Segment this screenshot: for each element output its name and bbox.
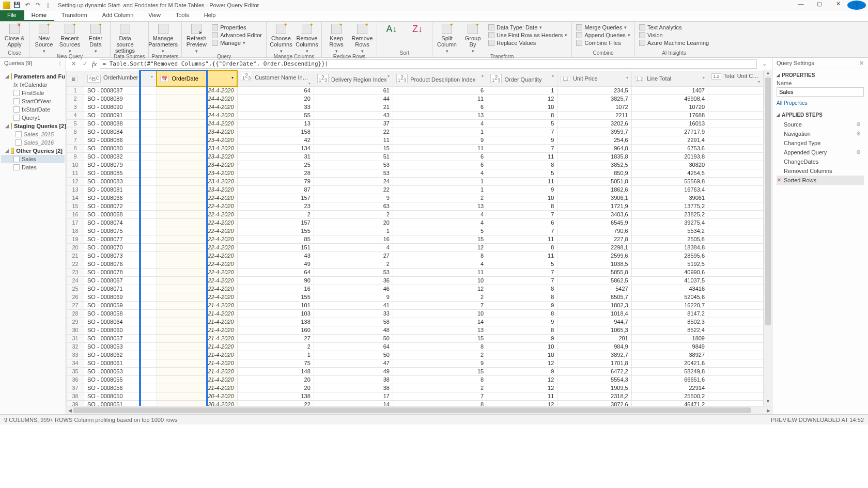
cols-remove-button[interactable]: Remove Columns bbox=[296, 23, 318, 54]
transform-split-button[interactable]: Split Column bbox=[436, 23, 458, 54]
column-header-order-quantity[interactable]: 123 Order Quantity▾ bbox=[487, 71, 557, 86]
table-row[interactable]: 28SO - 000805821-4-2020103331081018,4814… bbox=[67, 309, 764, 318]
help-icon[interactable]: ? bbox=[847, 1, 866, 10]
query-item-fxcalendar[interactable]: fxfxCalendar bbox=[1, 81, 65, 89]
query-item-firstsale[interactable]: FirstSale bbox=[1, 89, 65, 97]
table-row[interactable]: 4SO - 000809124-4-20205543138221117688 bbox=[67, 111, 764, 119]
column-header-unit-price[interactable]: 1.2 Unit Price▾ bbox=[557, 71, 631, 86]
table-row[interactable]: 29SO - 000806421-4-202013858149944,78502… bbox=[67, 318, 764, 326]
column-header-line-total[interactable]: 1.2 Line Total▾ bbox=[631, 71, 708, 86]
table-row[interactable]: 27SO - 000805921-4-202010141791802,31622… bbox=[67, 301, 764, 309]
combine-append-queries-button[interactable]: Append Queries bbox=[575, 32, 631, 39]
data-source-settings-button[interactable]: Data source settings bbox=[114, 23, 136, 54]
combine-combine-files-button[interactable]: Combine Files bbox=[575, 39, 631, 46]
applied-step-removed-columns[interactable]: ✕Removed Columns bbox=[777, 166, 864, 176]
table-row[interactable]: 37SO - 000805621-4-202020382121909,52291… bbox=[67, 384, 764, 392]
applied-step-changedates[interactable]: ✕ChangeDates bbox=[777, 157, 864, 166]
query-item-dates[interactable]: Dates bbox=[1, 163, 65, 171]
tab-home[interactable]: Home bbox=[24, 10, 54, 21]
column-header-customer-name-index[interactable]: 123 Customer Name Index▾ bbox=[237, 71, 314, 86]
table-row[interactable]: 17SO - 000807422-4-202015720466545,93927… bbox=[67, 218, 764, 227]
table-row[interactable]: 34SO - 000806121-4-202075479121701,82042… bbox=[67, 359, 764, 367]
query-item-sales_2016[interactable]: Sales_2016 bbox=[1, 138, 65, 147]
close-button[interactable]: ✕ bbox=[829, 1, 847, 10]
query-item-fxstartdate[interactable]: fxStartDate bbox=[1, 105, 65, 114]
table-row[interactable]: 36SO - 000805521-4-202020388125554,36665… bbox=[67, 375, 764, 384]
transform-group-button[interactable]: Group By bbox=[461, 23, 484, 54]
table-row[interactable]: 25SO - 000807122-4-20201646128542743416 bbox=[67, 285, 764, 293]
maximize-button[interactable]: ▢ bbox=[810, 1, 829, 10]
data-grid[interactable]: ▦ABC OrderNumber▾📅 OrderDate▾123 Custome… bbox=[66, 70, 764, 406]
tab-view[interactable]: View bbox=[141, 10, 168, 21]
query-item-sales_2015[interactable]: Sales_2015 bbox=[1, 130, 65, 138]
column-header-delivery-region-index[interactable]: 123 Delivery Region Index▾ bbox=[314, 71, 393, 86]
table-row[interactable]: 38SO - 000805020-4-2020138177112318,2255… bbox=[67, 392, 764, 400]
table-row[interactable]: 18SO - 000807522-4-2020155157790,65534,2 bbox=[67, 227, 764, 235]
combine-merge-queries-button[interactable]: Merge Queries bbox=[575, 24, 631, 31]
cols-choose-button[interactable]: Choose Columns bbox=[270, 23, 292, 54]
transform-data-type--date-button[interactable]: Data Type: Date bbox=[487, 24, 568, 31]
column-header-rownum[interactable]: ▦ bbox=[67, 71, 84, 86]
table-row[interactable]: 12SO - 000808323-4-202079241115051,85556… bbox=[67, 177, 764, 185]
horizontal-scrollbar[interactable]: ◀ ▶ bbox=[66, 406, 772, 414]
query-group[interactable]: ◢Other Queries [2] bbox=[1, 147, 65, 155]
newquery-recent-button[interactable]: Recent Sources bbox=[58, 23, 81, 54]
table-row[interactable]: 24SO - 000806722-4-202090361075862,54103… bbox=[67, 276, 764, 285]
table-row[interactable]: 3SO - 000809024-4-20203321610107210720 bbox=[67, 103, 764, 111]
table-row[interactable]: 20SO - 000807022-4-202015141282298,11838… bbox=[67, 243, 764, 251]
table-row[interactable]: 10SO - 000807923-4-20202553683852,530820 bbox=[67, 161, 764, 169]
table-row[interactable]: 26SO - 000806922-4-20201559286505,752045… bbox=[67, 293, 764, 301]
rows-keep-button[interactable]: Keep Rows bbox=[325, 23, 348, 54]
close-settings-icon[interactable]: ✕ bbox=[859, 60, 864, 67]
query-group[interactable]: ◢Staging Queries [2] bbox=[1, 122, 65, 130]
table-row[interactable]: 9SO - 000808223-4-202031516111835,820193… bbox=[67, 152, 764, 161]
query-name-input[interactable] bbox=[777, 87, 864, 97]
expand-formula-icon[interactable]: ⌄ bbox=[760, 60, 769, 67]
rows-remove-button[interactable]: Remove Rows bbox=[351, 23, 374, 54]
column-header-product-description-index[interactable]: 123 Product Description Index▾ bbox=[393, 71, 487, 86]
table-row[interactable]: 14SO - 000806622-4-202015792103906,13906… bbox=[67, 194, 764, 202]
query-item-query1[interactable]: Query1 bbox=[1, 114, 65, 122]
table-row[interactable]: 16SO - 000806822-4-202022473403,623825,2 bbox=[67, 210, 764, 218]
sort-asc-button[interactable]: A↓ bbox=[380, 23, 403, 35]
table-row[interactable]: 23SO - 000807822-4-202064531175855,84099… bbox=[67, 268, 764, 276]
applied-step-navigation[interactable]: ✕Navigation⚙ bbox=[777, 129, 864, 138]
manage-parameters-button[interactable]: Manage Parameters bbox=[152, 23, 175, 54]
table-row[interactable]: 32SO - 000805321-4-2020264810984,99849 bbox=[67, 342, 764, 351]
table-row[interactable]: 7SO - 000808623-4-2020421199254,62291,4 bbox=[67, 136, 764, 144]
collapse-queries-icon[interactable]: 〈 bbox=[56, 60, 61, 68]
redo-icon[interactable]: ↷ bbox=[34, 2, 41, 8]
table-row[interactable]: 8SO - 000808023-4-202013415117964,86753,… bbox=[67, 144, 764, 152]
tab-help[interactable]: Help bbox=[197, 10, 224, 21]
table-row[interactable]: 33SO - 000806221-4-20201502103892,738927 bbox=[67, 351, 764, 359]
transform-use-first-row-as-headers-button[interactable]: Use First Row as Headers bbox=[487, 32, 568, 39]
query-properties-button[interactable]: Properties bbox=[211, 24, 263, 31]
accept-formula-icon[interactable]: ✓ bbox=[81, 60, 89, 67]
applied-step-changed-type[interactable]: ✕Changed Type bbox=[777, 138, 864, 148]
minimize-button[interactable]: — bbox=[792, 1, 810, 10]
table-row[interactable]: 22SO - 000807622-4-2020492451038,55192,5 bbox=[67, 260, 764, 268]
tab-tools[interactable]: Tools bbox=[168, 10, 197, 21]
table-row[interactable]: 6SO - 000808423-4-202015822173959,727717… bbox=[67, 128, 764, 136]
table-row[interactable]: 19SO - 000807722-4-202085161511227,82505… bbox=[67, 235, 764, 243]
table-row[interactable]: 13SO - 000808123-4-20208722191862,616763… bbox=[67, 185, 764, 194]
ai-vision-button[interactable]: Vision bbox=[638, 32, 710, 39]
table-row[interactable]: 2SO - 000808924-4-2020204411123825,74590… bbox=[67, 95, 764, 103]
save-icon[interactable]: 💾 bbox=[13, 2, 21, 8]
query-manage-button[interactable]: Manage bbox=[211, 39, 263, 46]
fx-icon[interactable]: fx bbox=[92, 60, 97, 68]
table-row[interactable]: 5SO - 000808824-4-20201337453202,616013 bbox=[67, 119, 764, 128]
query-item-startofyear[interactable]: StartOfYear bbox=[1, 97, 65, 105]
column-header-ordernumber[interactable]: ABC OrderNumber▾ bbox=[84, 71, 157, 86]
table-row[interactable]: 30SO - 000806021-4-2020160481381065,3852… bbox=[67, 326, 764, 334]
properties-header[interactable]: PROPERTIES bbox=[777, 72, 864, 78]
table-row[interactable]: 15SO - 000807222-4-202023631381721,91377… bbox=[67, 202, 764, 210]
vertical-scrollbar[interactable]: ▲ ▼ bbox=[764, 70, 772, 406]
sort-desc-button[interactable]: Z↓ bbox=[406, 23, 429, 35]
ai-azure-machine-learning-button[interactable]: Azure Machine Learning bbox=[638, 39, 710, 46]
cancel-formula-icon[interactable]: ✕ bbox=[69, 60, 78, 67]
newquery-new-button[interactable]: New Source bbox=[33, 23, 55, 54]
tab-file[interactable]: File bbox=[0, 10, 24, 21]
all-properties-link[interactable]: All Properties bbox=[777, 100, 807, 106]
applied-step-source[interactable]: ✕Source⚙ bbox=[777, 120, 864, 129]
